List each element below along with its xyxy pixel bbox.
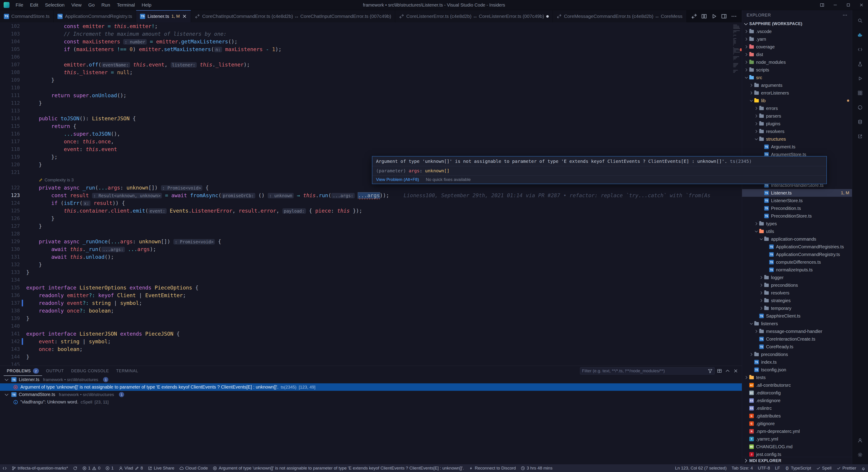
- code-text[interactable]: }: [20, 215, 733, 222]
- code-text[interactable]: // Increment the maximum amount of liste…: [20, 30, 733, 38]
- line-number[interactable]: 107: [0, 61, 20, 68]
- open-changes-icon[interactable]: [691, 13, 697, 19]
- status-sync[interactable]: [70, 464, 80, 472]
- line-number[interactable]: 143: [0, 345, 20, 353]
- file-editorconfig[interactable]: EC.editorconfig: [742, 389, 852, 397]
- file-precondition-ts[interactable]: TSPrecondition.ts: [742, 204, 852, 212]
- folder-errorlisteners[interactable]: errorListeners: [742, 89, 852, 97]
- folder-preconditions[interactable]: preconditions: [742, 351, 852, 358]
- line-number[interactable]: 138: [0, 307, 20, 315]
- file-argument-ts[interactable]: TSArgument.ts: [742, 143, 852, 151]
- line-number[interactable]: 126: [0, 215, 20, 222]
- status-status-message[interactable]: Argument of type 'unknown[]' is not assi…: [210, 464, 466, 472]
- file-gitattributes[interactable]: G.gitattributes: [742, 412, 852, 420]
- line-number[interactable]: 124: [0, 199, 20, 207]
- status-notifications[interactable]: [859, 464, 868, 472]
- code-text[interactable]: return {: [20, 122, 733, 130]
- activitybar-settings[interactable]: [852, 448, 868, 462]
- line-number[interactable]: 132: [0, 261, 20, 268]
- line-number[interactable]: 108: [0, 68, 20, 76]
- file-sapphireclient-ts[interactable]: TSSapphireClient.ts: [742, 312, 852, 320]
- status-ports[interactable]: 1: [103, 464, 116, 472]
- status-cursor-position[interactable]: Ln 123, Col 62 (7 selected): [673, 464, 729, 472]
- folder-yarn[interactable]: .yarn: [742, 35, 852, 43]
- code-text[interactable]: once: boolean;: [20, 345, 733, 353]
- status-prettier[interactable]: Prettier: [834, 464, 859, 472]
- file-coreready-ts[interactable]: TSCoreReady.ts: [742, 343, 852, 351]
- line-number[interactable]: 142: [0, 338, 20, 345]
- close-window[interactable]: [855, 0, 868, 10]
- code-text[interactable]: this._listener = null;: [20, 68, 733, 76]
- maximize-panel-icon[interactable]: [725, 368, 730, 374]
- status-indentation[interactable]: Tab Size: 4: [729, 464, 755, 472]
- tab-corelistenererror-ts-c4e8d2b-corelistene[interactable]: CoreListenerError.ts (c4e8d2b) ↔ CoreLis…: [395, 10, 553, 22]
- folder-node-modules[interactable]: node_modules: [742, 58, 852, 66]
- code-text[interactable]: }: [20, 353, 733, 361]
- activitybar-extensions[interactable]: [852, 86, 868, 100]
- code-text[interactable]: ...super.toJSON(),: [20, 130, 733, 138]
- menu-go[interactable]: Go: [85, 0, 98, 10]
- status-discord[interactable]: Reconnect to Discord: [466, 464, 519, 472]
- line-number[interactable]: 121: [0, 169, 20, 176]
- code-text[interactable]: [20, 107, 733, 115]
- status-problems-summary[interactable]: 10: [80, 464, 103, 472]
- activitybar-remote-explorer[interactable]: [852, 42, 868, 57]
- activitybar-github[interactable]: [852, 100, 868, 115]
- problem-row[interactable]: "vladfrangu": Unknown word.cSpell[23, 11…: [0, 398, 742, 406]
- code-text[interactable]: [20, 322, 733, 330]
- close-tab-icon[interactable]: [182, 14, 187, 19]
- split-editor-icon[interactable]: [701, 13, 707, 19]
- code-text[interactable]: if (isErr(x: result)) {: [20, 199, 733, 207]
- code-text[interactable]: }: [20, 315, 733, 322]
- line-number[interactable]: 119: [0, 153, 20, 161]
- line-number[interactable]: 136: [0, 292, 20, 299]
- folder-message-command-handler[interactable]: message-command-handler: [742, 327, 852, 335]
- file-computedifferences-ts[interactable]: TScomputeDifferences.ts: [742, 258, 852, 266]
- code-text[interactable]: [20, 53, 733, 61]
- folder-utils[interactable]: utils: [742, 228, 852, 235]
- folder-resolvers[interactable]: resolvers: [742, 289, 852, 297]
- more-actions-icon[interactable]: [731, 13, 737, 19]
- line-number[interactable]: 116: [0, 130, 20, 138]
- folder-resolvers[interactable]: resolvers: [742, 127, 852, 135]
- line-number[interactable]: 117: [0, 138, 20, 145]
- view-as-table-icon[interactable]: [717, 368, 722, 374]
- code-text[interactable]: readonly emitter?: keyof Client | EventE…: [20, 292, 733, 299]
- file-normalizeinputs-ts[interactable]: TSnormalizeInputs.ts: [742, 266, 852, 274]
- folder-lib[interactable]: lib: [742, 97, 852, 105]
- folder-application-commands[interactable]: application-commands: [742, 235, 852, 243]
- code-text[interactable]: [20, 230, 733, 238]
- folder-types[interactable]: types: [742, 220, 852, 228]
- status-eol[interactable]: LF: [773, 464, 782, 472]
- file-eslintignore[interactable]: ES.eslintignore: [742, 397, 852, 404]
- minimize-window[interactable]: [829, 0, 842, 10]
- more-actions-icon[interactable]: [842, 13, 847, 18]
- line-number[interactable]: 115: [0, 122, 20, 130]
- activitybar-run-and-debug[interactable]: [852, 71, 868, 86]
- code-text[interactable]: export interface ListenerJSON extends Pi…: [20, 330, 733, 338]
- line-number[interactable]: 103: [0, 30, 20, 38]
- code-text[interactable]: const maxListeners : number = emitter.ge…: [20, 38, 733, 46]
- workspace-section-header[interactable]: SAPPHIRE (WORKSPACE): [742, 20, 852, 28]
- folder-arguments[interactable]: arguments: [742, 81, 852, 89]
- run-file-icon[interactable]: [711, 13, 717, 19]
- line-number[interactable]: 113: [0, 107, 20, 115]
- problems-file-row[interactable]: TSListener.tsframework • src\lib\structu…: [0, 376, 742, 383]
- status-timer[interactable]: 3 hrs 48 mins: [518, 464, 555, 472]
- line-number[interactable]: [0, 176, 20, 184]
- line-number[interactable]: 111: [0, 92, 20, 99]
- file-coreinteractioncreate-ts[interactable]: TSCoreInteractionCreate.ts: [742, 335, 852, 343]
- file-all-contributorsrc[interactable]: AC.all-contributorsrc: [742, 381, 852, 389]
- problems-file-row[interactable]: TSCommandStore.tsframework • src\lib\str…: [0, 391, 742, 398]
- code-text[interactable]: private async _run(...args: unknown[]) :…: [20, 184, 733, 191]
- toggle-layout[interactable]: [815, 0, 829, 10]
- code-text[interactable]: event: string | symbol;: [20, 338, 733, 345]
- folder-vscode[interactable]: .vscode: [742, 28, 852, 35]
- file-gitignore[interactable]: G.gitignore: [742, 420, 852, 427]
- line-number[interactable]: 114: [0, 115, 20, 122]
- line-number[interactable]: 122: [0, 184, 20, 191]
- file-index-ts[interactable]: TSindex.ts: [742, 358, 852, 366]
- panel-tab-problems[interactable]: PROBLEMS2: [4, 366, 42, 376]
- folder-plugins[interactable]: plugins: [742, 120, 852, 127]
- code-text[interactable]: public toJSON(): ListenerJSON {: [20, 115, 733, 122]
